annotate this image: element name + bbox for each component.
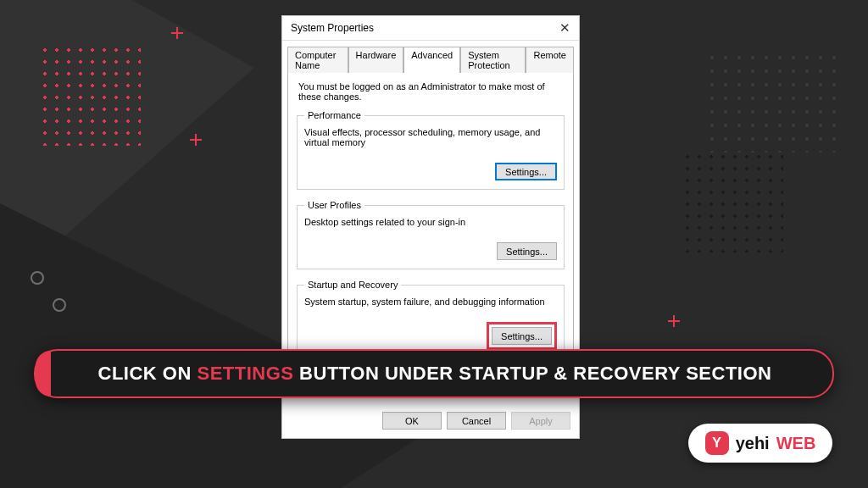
close-icon[interactable]: ✕ bbox=[545, 20, 570, 36]
logo-text-1: yehi bbox=[736, 434, 770, 453]
dialog-button-row: OK Cancel Apply bbox=[282, 405, 579, 438]
plus-icon bbox=[188, 132, 203, 147]
group-performance: Performance Visual effects, processor sc… bbox=[297, 110, 565, 190]
cancel-button[interactable]: Cancel bbox=[447, 412, 506, 430]
tab-system-protection[interactable]: System Protection bbox=[460, 47, 526, 73]
bg-dots-red bbox=[39, 44, 141, 146]
apply-button: Apply bbox=[511, 412, 570, 430]
performance-settings-button[interactable]: Settings... bbox=[495, 163, 557, 180]
tab-computer-name[interactable]: Computer Name bbox=[287, 47, 348, 73]
ring-icon bbox=[53, 298, 66, 312]
banner-text-post: BUTTON UNDER STARTUP & RECOVERY SECTION bbox=[294, 363, 772, 384]
yehiweb-logo: Y yehiWEB bbox=[688, 424, 832, 463]
logo-badge-icon: Y bbox=[705, 431, 729, 455]
banner-accent bbox=[36, 351, 51, 396]
bg-dots-dark bbox=[682, 151, 783, 252]
startup-recovery-settings-button[interactable]: Settings... bbox=[492, 327, 552, 345]
highlight-box: Settings... bbox=[487, 322, 557, 350]
tab-remote[interactable]: Remote bbox=[526, 47, 574, 73]
banner-text-em: SETTINGS bbox=[197, 363, 293, 384]
plus-icon bbox=[666, 313, 682, 329]
group-performance-desc: Visual effects, processor scheduling, me… bbox=[304, 127, 557, 147]
ok-button[interactable]: OK bbox=[382, 412, 442, 430]
user-profiles-settings-button[interactable]: Settings... bbox=[497, 242, 557, 260]
group-startup-recovery-desc: System startup, system failure, and debu… bbox=[304, 297, 557, 307]
group-user-profiles-desc: Desktop settings related to your sign-in bbox=[304, 217, 557, 227]
group-user-profiles-legend: User Profiles bbox=[304, 200, 364, 210]
instruction-banner: CLICK ON SETTINGS BUTTON UNDER STARTUP &… bbox=[34, 349, 834, 398]
group-startup-recovery-legend: Startup and Recovery bbox=[304, 280, 401, 290]
window-titlebar[interactable]: System Properties ✕ bbox=[282, 16, 579, 41]
window-title: System Properties bbox=[291, 22, 374, 34]
bg-dots-light bbox=[705, 51, 841, 152]
tab-advanced[interactable]: Advanced bbox=[403, 47, 460, 73]
intro-text: You must be logged on as an Administrato… bbox=[298, 81, 565, 102]
logo-text-2: WEB bbox=[776, 434, 816, 453]
group-startup-recovery: Startup and Recovery System startup, sys… bbox=[297, 280, 565, 359]
ring-icon bbox=[31, 271, 44, 285]
tab-strip: Computer Name Hardware Advanced System P… bbox=[282, 41, 579, 72]
banner-text: CLICK ON SETTINGS BUTTON UNDER STARTUP &… bbox=[56, 363, 832, 385]
group-performance-legend: Performance bbox=[304, 110, 364, 120]
plus-icon bbox=[170, 25, 185, 41]
banner-text-pre: CLICK ON bbox=[98, 363, 198, 384]
group-user-profiles: User Profiles Desktop settings related t… bbox=[297, 200, 565, 269]
tab-hardware[interactable]: Hardware bbox=[348, 47, 404, 73]
